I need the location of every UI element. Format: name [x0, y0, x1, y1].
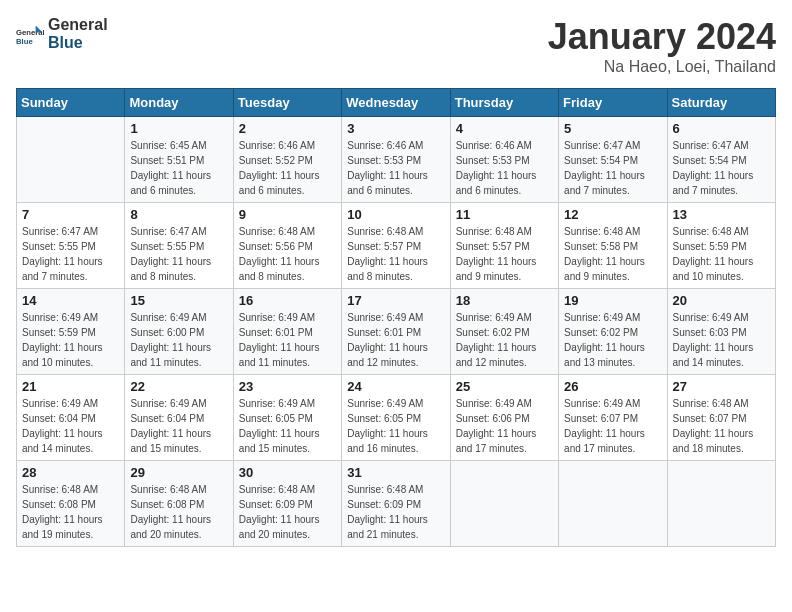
day-number: 20	[673, 293, 770, 308]
day-info: Sunrise: 6:49 AM Sunset: 6:04 PM Dayligh…	[130, 396, 227, 456]
day-info: Sunrise: 6:47 AM Sunset: 5:54 PM Dayligh…	[564, 138, 661, 198]
day-info: Sunrise: 6:48 AM Sunset: 5:59 PM Dayligh…	[673, 224, 770, 284]
day-info: Sunrise: 6:47 AM Sunset: 5:54 PM Dayligh…	[673, 138, 770, 198]
calendar-cell	[559, 461, 667, 547]
calendar-week-row: 14Sunrise: 6:49 AM Sunset: 5:59 PM Dayli…	[17, 289, 776, 375]
day-number: 14	[22, 293, 119, 308]
logo-general-text: General	[48, 16, 108, 34]
calendar-cell: 2Sunrise: 6:46 AM Sunset: 5:52 PM Daylig…	[233, 117, 341, 203]
day-number: 31	[347, 465, 444, 480]
day-number: 8	[130, 207, 227, 222]
weekday-header: Friday	[559, 89, 667, 117]
day-number: 2	[239, 121, 336, 136]
calendar-cell: 5Sunrise: 6:47 AM Sunset: 5:54 PM Daylig…	[559, 117, 667, 203]
day-info: Sunrise: 6:49 AM Sunset: 6:03 PM Dayligh…	[673, 310, 770, 370]
day-info: Sunrise: 6:48 AM Sunset: 6:08 PM Dayligh…	[130, 482, 227, 542]
calendar-cell: 20Sunrise: 6:49 AM Sunset: 6:03 PM Dayli…	[667, 289, 775, 375]
day-number: 25	[456, 379, 553, 394]
day-number: 22	[130, 379, 227, 394]
day-number: 3	[347, 121, 444, 136]
calendar-cell: 7Sunrise: 6:47 AM Sunset: 5:55 PM Daylig…	[17, 203, 125, 289]
svg-text:General: General	[16, 28, 44, 37]
logo: General Blue General Blue	[16, 16, 108, 51]
calendar-cell	[450, 461, 558, 547]
calendar-cell: 24Sunrise: 6:49 AM Sunset: 6:05 PM Dayli…	[342, 375, 450, 461]
calendar-week-row: 1Sunrise: 6:45 AM Sunset: 5:51 PM Daylig…	[17, 117, 776, 203]
weekday-header: Tuesday	[233, 89, 341, 117]
svg-text:Blue: Blue	[16, 36, 33, 45]
day-info: Sunrise: 6:49 AM Sunset: 6:00 PM Dayligh…	[130, 310, 227, 370]
day-number: 16	[239, 293, 336, 308]
day-info: Sunrise: 6:49 AM Sunset: 6:02 PM Dayligh…	[564, 310, 661, 370]
day-number: 11	[456, 207, 553, 222]
day-number: 18	[456, 293, 553, 308]
day-number: 17	[347, 293, 444, 308]
day-number: 12	[564, 207, 661, 222]
day-info: Sunrise: 6:48 AM Sunset: 5:57 PM Dayligh…	[347, 224, 444, 284]
calendar-cell	[17, 117, 125, 203]
calendar-cell: 31Sunrise: 6:48 AM Sunset: 6:09 PM Dayli…	[342, 461, 450, 547]
calendar-cell: 12Sunrise: 6:48 AM Sunset: 5:58 PM Dayli…	[559, 203, 667, 289]
calendar-cell: 17Sunrise: 6:49 AM Sunset: 6:01 PM Dayli…	[342, 289, 450, 375]
month-title: January 2024	[548, 16, 776, 58]
logo-icon: General Blue	[16, 20, 44, 48]
day-number: 13	[673, 207, 770, 222]
calendar-cell: 30Sunrise: 6:48 AM Sunset: 6:09 PM Dayli…	[233, 461, 341, 547]
day-info: Sunrise: 6:45 AM Sunset: 5:51 PM Dayligh…	[130, 138, 227, 198]
day-info: Sunrise: 6:49 AM Sunset: 6:04 PM Dayligh…	[22, 396, 119, 456]
day-info: Sunrise: 6:49 AM Sunset: 5:59 PM Dayligh…	[22, 310, 119, 370]
day-number: 9	[239, 207, 336, 222]
day-number: 30	[239, 465, 336, 480]
calendar-cell: 29Sunrise: 6:48 AM Sunset: 6:08 PM Dayli…	[125, 461, 233, 547]
weekday-header: Thursday	[450, 89, 558, 117]
calendar-cell	[667, 461, 775, 547]
day-number: 19	[564, 293, 661, 308]
page-header: General Blue General Blue January 2024 N…	[16, 16, 776, 76]
day-number: 4	[456, 121, 553, 136]
calendar-cell: 14Sunrise: 6:49 AM Sunset: 5:59 PM Dayli…	[17, 289, 125, 375]
calendar-cell: 8Sunrise: 6:47 AM Sunset: 5:55 PM Daylig…	[125, 203, 233, 289]
day-number: 21	[22, 379, 119, 394]
day-number: 28	[22, 465, 119, 480]
day-number: 6	[673, 121, 770, 136]
day-info: Sunrise: 6:48 AM Sunset: 6:07 PM Dayligh…	[673, 396, 770, 456]
calendar-cell: 13Sunrise: 6:48 AM Sunset: 5:59 PM Dayli…	[667, 203, 775, 289]
day-info: Sunrise: 6:47 AM Sunset: 5:55 PM Dayligh…	[130, 224, 227, 284]
day-number: 10	[347, 207, 444, 222]
day-info: Sunrise: 6:48 AM Sunset: 5:56 PM Dayligh…	[239, 224, 336, 284]
day-info: Sunrise: 6:46 AM Sunset: 5:53 PM Dayligh…	[347, 138, 444, 198]
day-info: Sunrise: 6:48 AM Sunset: 6:08 PM Dayligh…	[22, 482, 119, 542]
calendar-week-row: 7Sunrise: 6:47 AM Sunset: 5:55 PM Daylig…	[17, 203, 776, 289]
calendar-cell: 19Sunrise: 6:49 AM Sunset: 6:02 PM Dayli…	[559, 289, 667, 375]
day-info: Sunrise: 6:49 AM Sunset: 6:07 PM Dayligh…	[564, 396, 661, 456]
calendar-cell: 4Sunrise: 6:46 AM Sunset: 5:53 PM Daylig…	[450, 117, 558, 203]
day-info: Sunrise: 6:46 AM Sunset: 5:52 PM Dayligh…	[239, 138, 336, 198]
day-info: Sunrise: 6:46 AM Sunset: 5:53 PM Dayligh…	[456, 138, 553, 198]
day-info: Sunrise: 6:49 AM Sunset: 6:01 PM Dayligh…	[239, 310, 336, 370]
location-subtitle: Na Haeo, Loei, Thailand	[548, 58, 776, 76]
day-info: Sunrise: 6:48 AM Sunset: 6:09 PM Dayligh…	[239, 482, 336, 542]
day-info: Sunrise: 6:48 AM Sunset: 5:58 PM Dayligh…	[564, 224, 661, 284]
calendar-cell: 25Sunrise: 6:49 AM Sunset: 6:06 PM Dayli…	[450, 375, 558, 461]
day-number: 15	[130, 293, 227, 308]
day-number: 29	[130, 465, 227, 480]
calendar-cell: 9Sunrise: 6:48 AM Sunset: 5:56 PM Daylig…	[233, 203, 341, 289]
logo-blue-text: Blue	[48, 34, 108, 52]
day-info: Sunrise: 6:49 AM Sunset: 6:01 PM Dayligh…	[347, 310, 444, 370]
day-number: 24	[347, 379, 444, 394]
calendar-cell: 27Sunrise: 6:48 AM Sunset: 6:07 PM Dayli…	[667, 375, 775, 461]
calendar-cell: 11Sunrise: 6:48 AM Sunset: 5:57 PM Dayli…	[450, 203, 558, 289]
calendar-cell: 21Sunrise: 6:49 AM Sunset: 6:04 PM Dayli…	[17, 375, 125, 461]
day-info: Sunrise: 6:48 AM Sunset: 6:09 PM Dayligh…	[347, 482, 444, 542]
weekday-header: Sunday	[17, 89, 125, 117]
weekday-header: Wednesday	[342, 89, 450, 117]
calendar-cell: 18Sunrise: 6:49 AM Sunset: 6:02 PM Dayli…	[450, 289, 558, 375]
calendar-cell: 16Sunrise: 6:49 AM Sunset: 6:01 PM Dayli…	[233, 289, 341, 375]
day-info: Sunrise: 6:48 AM Sunset: 5:57 PM Dayligh…	[456, 224, 553, 284]
weekday-header: Saturday	[667, 89, 775, 117]
day-info: Sunrise: 6:49 AM Sunset: 6:02 PM Dayligh…	[456, 310, 553, 370]
day-info: Sunrise: 6:49 AM Sunset: 6:06 PM Dayligh…	[456, 396, 553, 456]
calendar-cell: 28Sunrise: 6:48 AM Sunset: 6:08 PM Dayli…	[17, 461, 125, 547]
calendar-cell: 15Sunrise: 6:49 AM Sunset: 6:00 PM Dayli…	[125, 289, 233, 375]
calendar-cell: 26Sunrise: 6:49 AM Sunset: 6:07 PM Dayli…	[559, 375, 667, 461]
